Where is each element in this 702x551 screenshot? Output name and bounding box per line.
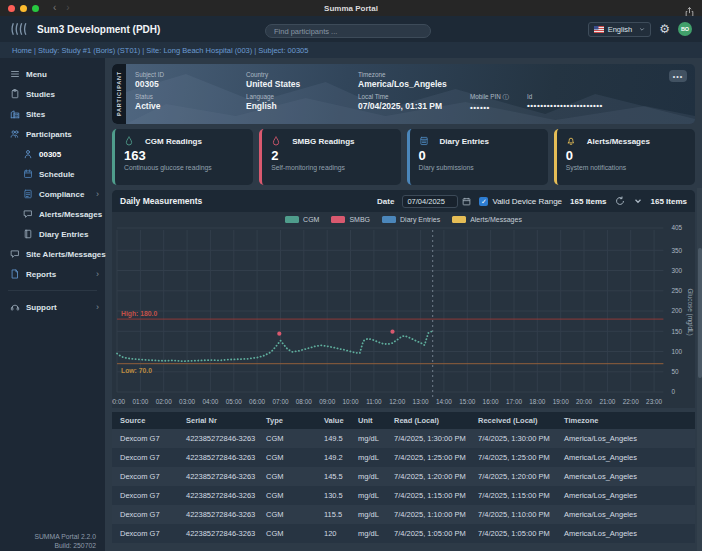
- table-cell: CGM: [258, 448, 316, 467]
- sidebar-item-reports[interactable]: Reports›: [0, 264, 105, 284]
- table-row[interactable]: Dexcom G7422385272846-3263CGM120mg/dL7/4…: [112, 524, 695, 543]
- table-cell: 7/4/2025, 1:15:00 PM: [386, 486, 470, 505]
- panel-title: Daily Measurements: [120, 196, 202, 206]
- sidebar-item-site-alerts-messages[interactable]: Site Alerts/Messages: [0, 244, 105, 264]
- zoom-window-button[interactable]: [32, 5, 39, 12]
- stat-card-alerts-messages: Alerts/Messages0System notifications: [554, 129, 695, 185]
- svg-text:15:00: 15:00: [459, 398, 475, 405]
- sidebar-item-00305[interactable]: 00305: [0, 144, 105, 164]
- svg-text:13:00: 13:00: [413, 398, 429, 405]
- table-cell: America/Los_Angeles: [556, 448, 695, 467]
- sidebar-item-sites[interactable]: Sites: [0, 104, 105, 124]
- calendar-icon[interactable]: [462, 197, 471, 206]
- svg-text:200: 200: [671, 307, 682, 314]
- daily-measurements-panel: Daily Measurements Date ✓ Valid Device: [112, 190, 695, 408]
- scrollbar-track[interactable]: [697, 188, 702, 551]
- valid-device-range-checkbox[interactable]: ✓ Valid Device Range: [479, 197, 562, 206]
- chevron-right-icon: ›: [96, 269, 99, 279]
- column-header-source[interactable]: Source: [112, 412, 178, 429]
- avatar[interactable]: BO: [678, 22, 692, 36]
- table-cell: America/Los_Angeles: [556, 429, 695, 448]
- calendar-icon: [23, 169, 33, 179]
- sidebar-item-studies[interactable]: Studies: [0, 84, 105, 104]
- legend-swatch: [331, 216, 345, 223]
- participant-menu-button[interactable]: •••: [669, 70, 687, 82]
- table-cell: 7/4/2025, 1:25:00 PM: [386, 448, 470, 467]
- field-value: America/Los_Angeles: [358, 79, 686, 89]
- breadcrumb[interactable]: Home | Study: Study #1 (Boris) (ST01) | …: [12, 46, 308, 55]
- svg-text:19:00: 19:00: [553, 398, 569, 405]
- stat-card-diary-entries: Diary Entries0Diary submissions: [407, 129, 548, 185]
- field-label: Id: [527, 93, 686, 100]
- table-cell: America/Los_Angeles: [556, 486, 695, 505]
- table-row[interactable]: Dexcom G7422385272846-3263CGM149.5mg/dL7…: [112, 429, 695, 448]
- sidebar-item-menu[interactable]: Menu: [0, 64, 105, 84]
- scrollbar-thumb[interactable]: [698, 248, 702, 378]
- sidebar-item-participants[interactable]: Participants: [0, 124, 105, 144]
- info-icon[interactable]: ⓘ: [501, 93, 509, 100]
- chat-icon: [23, 209, 33, 219]
- chevron-down-icon: [639, 26, 645, 32]
- sidebar-item-diary-entries[interactable]: Diary Entries: [0, 224, 105, 244]
- sidebar-item-label: Reports: [26, 270, 56, 279]
- table-cell: America/Los_Angeles: [556, 505, 695, 524]
- valid-device-range-label: Valid Device Range: [492, 197, 562, 206]
- language-selector[interactable]: English: [588, 22, 652, 37]
- table-row[interactable]: Dexcom G7422385272846-3263CGM115.5mg/dL7…: [112, 505, 695, 524]
- svg-text:405: 405: [671, 224, 682, 231]
- menu-icon: [10, 69, 20, 79]
- legend-item-smbg[interactable]: SMBG: [331, 216, 370, 223]
- column-header-type[interactable]: Type: [258, 412, 316, 429]
- droplet-icon: [271, 136, 281, 146]
- field-label: Subject ID: [135, 71, 246, 78]
- legend-item-alerts-messages[interactable]: Alerts/Messages: [452, 216, 522, 223]
- sidebar: MenuStudiesSitesParticipants00305Schedul…: [0, 58, 105, 551]
- journal-icon: [23, 229, 33, 239]
- column-header-received-local[interactable]: Received (Local): [470, 412, 556, 429]
- table-row[interactable]: Dexcom G7422385272846-3263CGM145.5mg/dL7…: [112, 467, 695, 486]
- sidebar-item-schedule[interactable]: Schedule: [0, 164, 105, 184]
- table-cell: mg/dL: [350, 524, 386, 543]
- sidebar-item-support[interactable]: Support›: [0, 297, 105, 317]
- window-title: Summa Portal: [0, 4, 702, 13]
- legend-item-cgm[interactable]: CGM: [285, 216, 319, 223]
- close-window-button[interactable]: [8, 5, 15, 12]
- column-header-timezone[interactable]: Timezone: [556, 412, 695, 429]
- column-header-read-local[interactable]: Read (Local): [386, 412, 470, 429]
- table-cell: CGM: [258, 429, 316, 448]
- svg-text:20:00: 20:00: [576, 398, 592, 405]
- field-value: •••••••••••••••••••••••: [527, 101, 686, 110]
- sidebar-item-alerts-messages[interactable]: Alerts/Messages: [0, 204, 105, 224]
- stat-card-subtitle: System notifications: [566, 164, 686, 171]
- table-cell: Dexcom G7: [112, 505, 178, 524]
- chevron-right-icon: ›: [96, 189, 99, 199]
- column-header-serial-nr[interactable]: Serial Nr: [178, 412, 258, 429]
- sidebar-item-compliance[interactable]: Compliance›: [0, 184, 105, 204]
- field-value: 07/04/2025, 01:31 PM: [358, 101, 470, 111]
- table-cell: 7/4/2025, 1:10:00 PM: [386, 505, 470, 524]
- table-cell: 422385272846-3263: [178, 467, 258, 486]
- svg-text:18:00: 18:00: [529, 398, 545, 405]
- table-cell: 149.5: [316, 429, 350, 448]
- gear-icon[interactable]: ⚙: [659, 23, 670, 35]
- column-header-value[interactable]: Value: [316, 412, 350, 429]
- back-icon[interactable]: ‹: [53, 3, 56, 13]
- forward-icon[interactable]: ›: [66, 3, 69, 13]
- stat-card-subtitle: Self-monitoring readings: [271, 164, 391, 171]
- column-header-unit[interactable]: Unit: [350, 412, 386, 429]
- svg-text:High: 180.0: High: 180.0: [121, 310, 157, 318]
- table-cell: Dexcom G7: [112, 467, 178, 486]
- minimize-window-button[interactable]: [20, 5, 27, 12]
- table-cell: 7/4/2025, 1:30:00 PM: [386, 429, 470, 448]
- measurements-table: SourceSerial NrTypeValueUnitRead (Local)…: [112, 412, 695, 543]
- date-input[interactable]: [402, 195, 458, 208]
- search-input[interactable]: [265, 24, 431, 38]
- svg-text:17:00: 17:00: [506, 398, 522, 405]
- table-row[interactable]: Dexcom G7422385272846-3263CGM130.5mg/dL7…: [112, 486, 695, 505]
- chart-legend: CGMSMBGDiary EntriesAlerts/Messages: [112, 212, 695, 224]
- legend-item-diary-entries[interactable]: Diary Entries: [382, 216, 440, 223]
- glucose-chart[interactable]: High: 180.0Low: 70.005010015020025030035…: [112, 224, 695, 408]
- refresh-icon[interactable]: [615, 196, 625, 206]
- collapse-chevron-icon[interactable]: [633, 196, 643, 206]
- table-row[interactable]: Dexcom G7422385272846-3263CGM149.2mg/dL7…: [112, 448, 695, 467]
